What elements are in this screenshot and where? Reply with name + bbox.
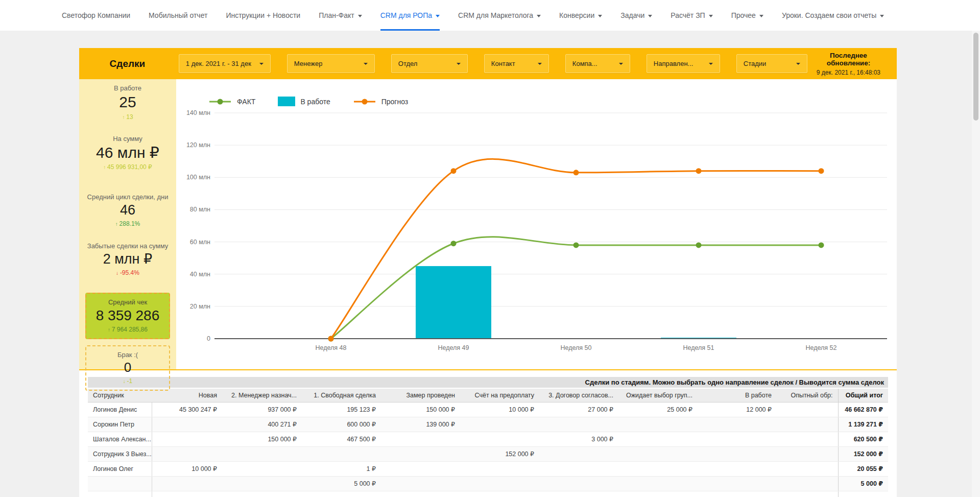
value-cell bbox=[152, 446, 222, 461]
filter-direction[interactable]: Направлен... bbox=[647, 54, 720, 73]
column-header[interactable]: Опытный обр: bbox=[777, 389, 838, 402]
value-cell: 5 000 ₽ bbox=[302, 476, 381, 491]
filter-date-range[interactable]: 1 дек. 2021 г. - 31 дек bbox=[179, 54, 271, 73]
svg-text:20 млн: 20 млн bbox=[190, 303, 210, 310]
line-sample-icon bbox=[353, 98, 376, 105]
nav-tab-lessons[interactable]: Уроки. Создаем свои отчеты bbox=[782, 0, 884, 31]
column-header[interactable]: 3. Договор согласов... bbox=[539, 389, 618, 402]
nav-tab-other[interactable]: Прочее bbox=[731, 0, 763, 31]
value-cell bbox=[302, 446, 381, 461]
column-header[interactable]: В работе bbox=[698, 389, 777, 402]
filter-bar: Сделки 1 дек. 2021 г. - 31 декМенежерОтд… bbox=[79, 48, 897, 79]
column-header[interactable]: Общий итог bbox=[838, 389, 888, 402]
nav-tab-crm-marketing[interactable]: CRM для Маркетолога bbox=[458, 0, 541, 31]
column-header[interactable]: Замер проведен bbox=[381, 389, 460, 402]
kpi-delta-value: -95.4% bbox=[120, 269, 139, 276]
svg-text:120 млн: 120 млн bbox=[186, 141, 210, 149]
top-nav: Светофор КомпанииМобильный отчетИнструкц… bbox=[0, 0, 980, 31]
deals-table-section: Сделки по стадиям. Можно выбрать одно на… bbox=[79, 370, 897, 497]
scrollbar-thumb[interactable] bbox=[973, 33, 978, 121]
value-cell: 27 000 ₽ bbox=[539, 402, 618, 417]
chevron-down-icon bbox=[537, 15, 541, 17]
table-row: Шаталов Алексан...150 000 ₽467 500 ₽3 00… bbox=[88, 432, 888, 446]
nav-tab-salary[interactable]: Расчёт ЗП bbox=[671, 0, 712, 31]
employee-cell: Логинов Денис bbox=[88, 402, 152, 417]
nav-tab-instructions[interactable]: Инструкции + Новости bbox=[226, 0, 300, 31]
value-cell bbox=[460, 432, 539, 446]
scrollbar[interactable] bbox=[972, 31, 980, 497]
value-cell bbox=[222, 476, 302, 491]
value-cell: 467 500 ₽ bbox=[302, 432, 381, 446]
table-row: Сорокин Петр400 271 ₽600 000 ₽139 000 ₽1… bbox=[88, 417, 888, 432]
nav-tab-plan-fact[interactable]: План-Факт bbox=[319, 0, 362, 31]
deals-table: СотрудникНовая2. Менеджер назнач...1. Св… bbox=[88, 389, 888, 497]
nav-tab-tasks[interactable]: Задачи bbox=[620, 0, 652, 31]
value-cell bbox=[777, 476, 838, 491]
chevron-down-icon bbox=[364, 63, 368, 65]
combo-chart[interactable]: 020 млн40 млн60 млн80 млн100 млн120 млн1… bbox=[176, 79, 897, 370]
value-cell: 139 000 ₽ bbox=[381, 417, 460, 432]
filter-department[interactable]: Отдел bbox=[391, 54, 468, 73]
value-cell: 46 662 870 ₽ bbox=[838, 402, 888, 417]
nav-tab-label: CRM для РОПа bbox=[380, 11, 432, 19]
value-cell: 152 000 ₽ bbox=[838, 446, 888, 461]
table-row: Логинов Олег10 000 ₽1 ₽20 055 ₽ bbox=[88, 461, 888, 476]
column-header[interactable]: Ожидает выбор груп... bbox=[618, 389, 698, 402]
arrow-down-icon: ↓ bbox=[123, 378, 127, 384]
nav-tab-label: Конверсии bbox=[559, 11, 594, 19]
nav-tab-label: Расчёт ЗП bbox=[671, 11, 705, 19]
kpi-value: 46 млн ₽ bbox=[79, 144, 176, 162]
report-card: Сделки 1 дек. 2021 г. - 31 декМенежерОтд… bbox=[79, 48, 897, 497]
table-row: Сотрудник 3 Выез...152 000 ₽152 000 ₽ bbox=[88, 446, 888, 461]
column-header[interactable]: 1. Свободная сделка bbox=[302, 389, 381, 402]
nav-tab-mobile[interactable]: Мобильный отчет bbox=[149, 0, 207, 31]
legend-label: ФАКТ bbox=[237, 98, 255, 106]
employee-cell: Сотрудник 3 Выез... bbox=[88, 446, 152, 461]
value-cell bbox=[618, 461, 698, 476]
kpi-delta-value: 7 964 285,86 bbox=[112, 326, 148, 333]
line-sample-icon bbox=[208, 98, 232, 105]
kpi-value: 2 млн ₽ bbox=[79, 251, 176, 267]
chevron-down-icon bbox=[436, 15, 440, 17]
filter-manager[interactable]: Менежер bbox=[287, 54, 375, 73]
svg-text:60 млн: 60 млн bbox=[190, 239, 210, 246]
value-cell: 20 055 ₽ bbox=[838, 461, 888, 476]
value-cell: 150 000 ₽ bbox=[222, 432, 302, 446]
chevron-down-icon bbox=[759, 15, 763, 17]
bar-sample-icon bbox=[278, 97, 295, 106]
nav-tab-conversions[interactable]: Конверсии bbox=[559, 0, 602, 31]
value-cell bbox=[698, 432, 777, 446]
filter-company[interactable]: Компа... bbox=[565, 54, 630, 73]
kpi-label: Забытые сделки на сумму bbox=[79, 242, 176, 250]
nav-tab-svetofor[interactable]: Светофор Компании bbox=[62, 0, 130, 31]
kpi-delta: ↑ 288.1% bbox=[79, 220, 176, 227]
filter-label: Компа... bbox=[572, 60, 597, 67]
value-cell: 10 000 ₽ bbox=[460, 402, 539, 417]
filter-stages[interactable]: Стадии bbox=[736, 54, 807, 73]
arrow-up-icon: ↑ bbox=[108, 327, 112, 333]
value-cell: 620 500 ₽ bbox=[838, 432, 888, 446]
svg-text:140 млн: 140 млн bbox=[186, 109, 210, 116]
column-header[interactable]: Счёт на предоплату bbox=[460, 389, 539, 402]
filter-contact[interactable]: Контакт bbox=[484, 54, 549, 73]
filter-label: Менежер bbox=[294, 60, 323, 67]
value-cell bbox=[381, 461, 460, 476]
table-title: Сделки по стадиям. Можно выбрать одно на… bbox=[88, 377, 888, 388]
value-cell: 3 000 ₽ bbox=[539, 432, 618, 446]
kpi-label: Средний цикл сделки, дни bbox=[79, 193, 176, 201]
nav-tab-crm-ropa[interactable]: CRM для РОПа bbox=[380, 0, 440, 31]
value-cell: 150 000 ₽ bbox=[381, 402, 460, 417]
column-header[interactable]: 2. Менеджер назнач... bbox=[222, 389, 302, 402]
kpi-label: Средний чек bbox=[88, 298, 167, 306]
svg-text:0: 0 bbox=[207, 335, 210, 342]
svg-text:Неделя 51: Неделя 51 bbox=[683, 344, 714, 351]
table-row: Логинов Денис45 300 247 ₽937 000 ₽195 12… bbox=[88, 402, 888, 417]
chevron-down-icon bbox=[538, 63, 542, 65]
value-cell bbox=[777, 432, 838, 446]
nav-tab-label: CRM для Маркетолога bbox=[458, 11, 533, 19]
main-row: В работе25↑ 13На сумму46 млн ₽↑ 45 996 9… bbox=[79, 79, 897, 370]
kpi-avg-check: Средний чек8 359 286↑ 7 964 285,86 bbox=[85, 293, 170, 339]
legend-item-прогноз: Прогноз bbox=[353, 98, 409, 106]
value-cell bbox=[618, 491, 698, 497]
value-cell bbox=[152, 417, 222, 432]
